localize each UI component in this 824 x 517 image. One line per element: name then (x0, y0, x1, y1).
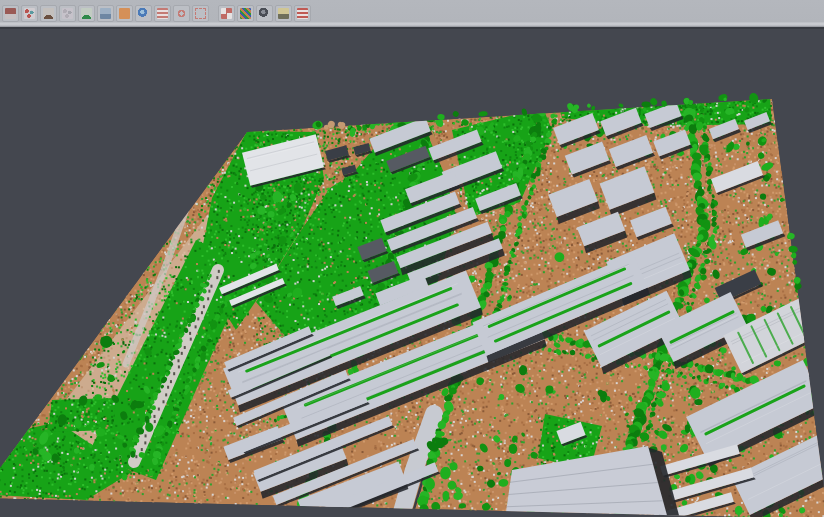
circle-red-icon (176, 8, 187, 19)
application-window: { "app": { "toolbar_bg": "#b3b6bc", "vie… (0, 0, 824, 517)
globe-icon-button[interactable] (135, 5, 152, 22)
classify-red-icon-button[interactable] (2, 5, 19, 22)
circle-red-icon-button[interactable] (173, 5, 190, 22)
terrain-brown-icon (43, 8, 54, 19)
clipboard-yellow-icon (278, 8, 289, 19)
ortho-orange-icon (119, 8, 130, 19)
prism-blue-icon-button[interactable] (97, 5, 114, 22)
classified-cloud-icon-button[interactable] (237, 5, 254, 22)
viewport-3d (0, 27, 824, 517)
grid-red-icon (221, 8, 232, 19)
main-toolbar (0, 0, 824, 27)
terrain-green-icon (81, 8, 92, 19)
selection-marks-icon-button[interactable] (192, 5, 209, 22)
terrain-brown-icon-button[interactable] (40, 5, 57, 22)
clipboard-yellow-icon-button[interactable] (275, 5, 292, 22)
flag-red-icon (297, 8, 308, 19)
classified-cloud-icon (240, 8, 251, 19)
grid-red-icon-button[interactable] (218, 5, 235, 22)
prism-blue-icon (100, 8, 111, 19)
flag-red-icon-button[interactable] (294, 5, 311, 22)
toolbar-separator (211, 5, 218, 22)
classify-red-icon (5, 8, 16, 19)
colored-points-icon (24, 8, 35, 19)
globe-icon (138, 8, 149, 19)
viewport-canvas[interactable] (0, 29, 824, 517)
contour-red-icon (157, 8, 168, 19)
ortho-orange-icon-button[interactable] (116, 5, 133, 22)
dark-sphere-icon-button[interactable] (256, 5, 273, 22)
dark-sphere-icon (259, 8, 270, 19)
selection-marks-icon (195, 8, 206, 19)
terrain-green-icon-button[interactable] (78, 5, 95, 22)
colored-points-icon-button[interactable] (21, 5, 38, 22)
faint-points-icon-button[interactable] (59, 5, 76, 22)
faint-points-icon (62, 8, 73, 19)
contour-red-icon-button[interactable] (154, 5, 171, 22)
